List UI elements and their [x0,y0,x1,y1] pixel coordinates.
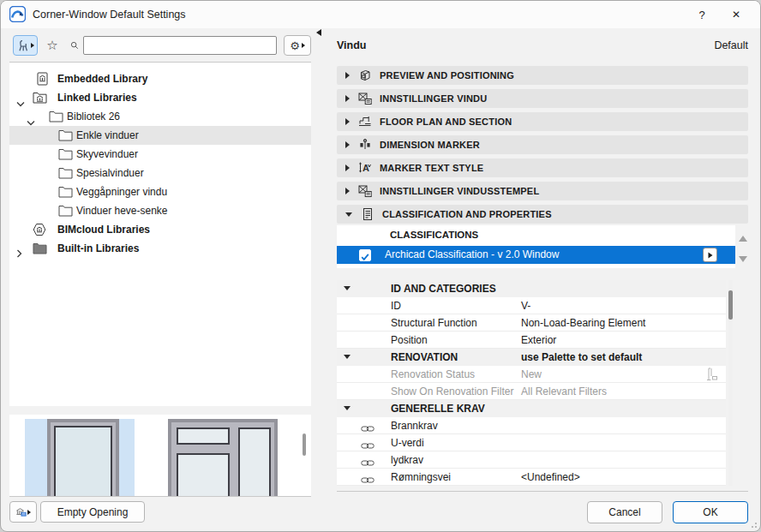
chair-dropdown-arrow-icon [31,43,34,48]
search-icon [70,39,79,52]
property-row-id[interactable]: ID V- [337,297,726,314]
expand-triangle-icon [345,188,350,194]
thumbnail-list [9,415,311,496]
tree-item-built-in-libraries[interactable]: Built-in Libraries [9,239,311,258]
classifications-header: CLASSIFICATIONS [390,230,478,240]
collapse-triangle-icon [345,212,352,217]
settings-menu-button[interactable]: ⚙ [284,35,311,56]
chevron-right-icon[interactable] [16,245,22,264]
property-group-generelle-krav[interactable]: GENERELLE KRAV [337,400,726,417]
tree-item-spesialvinduer[interactable]: Spesialvinduer [9,164,311,182]
classifications-list: CLASSIFICATIONS Archicad Classification … [337,225,735,268]
ok-button[interactable]: OK [673,501,748,523]
section-preview-and-positioning[interactable]: PREVIEW AND POSITIONING [337,66,748,85]
tree-item-bimcloud-libraries[interactable]: BIMcloud Libraries [9,220,311,239]
tree-item-label: Skyvevinduer [76,145,138,164]
library-menu-arrow-icon [27,510,31,515]
close-button[interactable]: ✕ [717,1,755,28]
property-row-lydkrav[interactable]: lydkrav [337,451,726,469]
resize-grip[interactable] [748,519,757,528]
tree-item-label: Built-in Libraries [57,239,139,258]
expand-triangle-icon [345,95,350,102]
group-collapse-icon [344,355,351,359]
tree-item-skyvevinduer[interactable]: Skyvevinduer [9,145,311,164]
empty-opening-button[interactable]: Empty Opening [40,501,145,523]
link-icon [361,473,375,490]
property-row-structural-function[interactable]: Structural Function Non-Load-Bearing Ele… [337,314,726,332]
classification-detail-button[interactable] [703,248,717,262]
tree-item-embedded-library[interactable]: Embedded Library [9,69,311,88]
expand-triangle-icon [345,118,350,125]
search-input[interactable] [83,36,277,55]
expand-triangle-icon [345,141,350,148]
gear-dropdown-arrow-icon [302,43,305,48]
tree-item-veggapninger-vindu[interactable]: Veggåpninger vindu [9,182,311,201]
tree-item-label: Linked Libraries [57,88,137,107]
tree-item-label: Spesialvinduer [76,164,144,182]
tree-item-linked-libraries[interactable]: Linked Libraries [9,88,311,107]
thumbnail-scrollbar[interactable] [303,433,306,456]
section-innstillinger-vindusstempel[interactable]: INNSTILLINGER VINDUSSTEMPEL [337,182,748,200]
search-toggle-button[interactable] [64,35,85,56]
section-innstillinger-vindu[interactable]: INNSTILLINGER VINDU [337,89,748,108]
library-tree: Embedded Library Linked Libraries Biblio… [9,63,311,406]
svg-text:A: A [363,163,369,173]
section-floor-plan-and-section[interactable]: FLOOR PLAN AND SECTION [337,112,748,131]
tree-item-bibliotek-26[interactable]: Bibliotek 26 [9,107,311,126]
window-thumbnail-selected[interactable] [25,419,135,496]
preview-positioning-icon [357,69,372,82]
archicad-logo-icon [9,6,26,22]
arrow-right-icon [708,252,713,259]
marker-text-style-icon: A [357,161,372,175]
group-collapse-icon [344,406,351,410]
section-marker-text-style[interactable]: A MARKER TEXT STYLE [337,158,748,177]
classification-checkbox[interactable] [359,249,371,261]
star-icon: ☆ [46,38,57,53]
properties-table: ID AND CATEGORIES ID V- Structural Funct… [337,280,726,486]
thumbs-divider [9,496,311,497]
property-row-u-verdi[interactable]: U-verdi [337,434,726,451]
collapse-panel-icon[interactable] [316,29,321,36]
library-menu-icon [15,505,27,519]
property-row-position[interactable]: Position Exterior [337,332,726,349]
element-type-label: Vindu [337,39,367,51]
classification-row-selected[interactable]: Archicad Classification - v 2.0 Window [337,246,735,264]
property-row-renovation-status[interactable]: Renovation Status New [337,366,726,383]
favorites-button[interactable]: ☆ [42,35,63,56]
object-browser-button[interactable] [13,35,38,56]
tree-item-label: Bibliotek 26 [67,107,120,126]
cancel-button[interactable]: Cancel [587,501,662,523]
help-button[interactable]: ? [685,1,719,28]
built-in-folder-icon [33,242,47,260]
window-thumbnail-corner[interactable] [166,419,279,496]
section-dimension-marker[interactable]: DIMENSION MARKER [337,135,748,154]
corner-window-default-settings-dialog: Corner-Window Default Settings ? ✕ ☆ ⚙ E… [0,0,761,532]
property-row-show-on-renovation-filter[interactable]: Show On Renovation Filter All Relevant F… [337,383,726,400]
tree-item-label: Embedded Library [57,69,147,88]
gear-icon: ⚙ [290,39,300,52]
window-settings-icon [357,92,372,105]
property-group-id-and-categories[interactable]: ID AND CATEGORIES [337,280,726,297]
section-classification-and-properties[interactable]: CLASSIFICATION AND PROPERTIES [337,205,748,224]
group-collapse-icon [344,286,351,290]
tree-item-label: Enkle vinduer [76,126,139,145]
footer-divider [337,491,748,492]
chair-icon [17,39,29,52]
properties-scrollbar-thumb[interactable] [728,290,733,320]
dialog-title: Corner-Window Default Settings [33,1,186,28]
dimension-marker-icon [357,138,372,152]
scroll-down-icon[interactable] [739,256,747,262]
tree-item-label: Veggåpninger vindu [76,182,167,201]
load-other-library-button[interactable] [9,501,37,523]
property-row-romningsvei[interactable]: Rømningsvei <Undefined> [337,469,726,486]
scroll-up-icon[interactable] [739,236,747,242]
preset-label: Default [601,39,748,51]
floor-plan-icon [357,115,372,129]
expand-triangle-icon [345,72,350,79]
tree-item-enkle-vinduer[interactable]: Enkle vinduer [9,126,311,145]
tree-item-label: BIMcloud Libraries [57,220,150,239]
tree-item-vinduer-heve-senke[interactable]: Vinduer heve-senke [9,201,311,220]
property-group-renovation[interactable]: RENOVATION use Palette to set default [337,349,726,366]
tree-item-label: Vinduer heve-senke [76,201,168,220]
property-row-brannkrav[interactable]: Brannkrav [337,417,726,434]
